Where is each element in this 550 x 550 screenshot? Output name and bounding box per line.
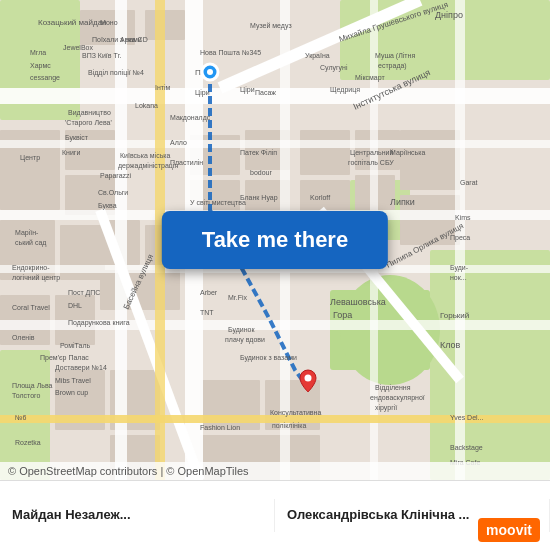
svg-text:Оленів: Оленів <box>12 334 35 341</box>
svg-text:Arber: Arber <box>200 289 218 296</box>
svg-text:Yves Del...: Yves Del... <box>450 414 484 421</box>
svg-text:хірургії: хірургії <box>375 404 397 412</box>
svg-text:Алло: Алло <box>170 139 187 146</box>
svg-text:bodour: bodour <box>250 169 272 176</box>
svg-text:ський сад: ський сад <box>15 239 46 247</box>
svg-text:сessange: сessange <box>30 74 60 82</box>
svg-text:JewelBox: JewelBox <box>63 44 93 51</box>
svg-text:Арка CD: Арка CD <box>120 36 148 44</box>
svg-rect-43 <box>0 140 550 148</box>
svg-text:'Старого Лева': 'Старого Лева' <box>65 119 112 127</box>
svg-text:Козацький майдан: Козацький майдан <box>38 18 107 27</box>
svg-text:нок...: нок... <box>450 274 467 281</box>
from-station: Майдан Незалеж... <box>0 499 275 532</box>
svg-text:Консультативна: Консультативна <box>270 409 321 417</box>
svg-text:Липки: Липки <box>390 197 415 207</box>
map-attribution: © OpenStreetMap contributors | © OpenMap… <box>0 462 550 480</box>
svg-text:Інтім: Інтім <box>155 84 171 91</box>
svg-text:Хармс: Хармс <box>30 62 51 70</box>
svg-text:Маріїн-: Маріїн- <box>15 229 39 237</box>
svg-text:Coral Travel: Coral Travel <box>12 304 50 311</box>
svg-text:Видавництво: Видавництво <box>68 109 111 117</box>
svg-text:поліклініка: поліклініка <box>272 422 307 429</box>
svg-text:логічний центр: логічний центр <box>12 274 60 282</box>
svg-text:ВПЗ Київ Тг.: ВПЗ Київ Тг. <box>82 52 121 59</box>
svg-rect-27 <box>400 130 460 190</box>
svg-text:№6: №6 <box>15 414 27 421</box>
svg-text:Буква: Буква <box>98 202 117 210</box>
svg-text:РоміТаль: РоміТаль <box>60 342 91 349</box>
svg-text:Гора: Гора <box>333 310 352 320</box>
svg-text:Mr.Fix: Mr.Fix <box>228 294 248 301</box>
svg-text:Korloff: Korloff <box>310 194 330 201</box>
svg-text:Ціри: Ціри <box>240 86 255 94</box>
svg-text:Св.Ольги: Св.Ольги <box>98 189 128 196</box>
svg-text:Мгла: Мгла <box>30 49 46 56</box>
svg-text:Україна: Україна <box>305 52 330 60</box>
svg-text:У світі мистецтва: У світі мистецтва <box>190 199 246 207</box>
svg-text:Brown cup: Brown cup <box>55 389 88 397</box>
from-station-name: Майдан Незалеж... <box>12 507 262 524</box>
svg-text:Толстого: Толстого <box>12 392 40 399</box>
svg-text:Моно: Моно <box>100 19 118 26</box>
take-me-there-button[interactable]: Take me there <box>162 211 388 269</box>
svg-text:Київська міська: Київська міська <box>120 152 171 159</box>
svg-text:Mibs Travel: Mibs Travel <box>55 377 91 384</box>
svg-text:естрада): естрада) <box>378 62 407 70</box>
svg-text:Paparazzi: Paparazzi <box>100 172 132 180</box>
svg-text:Пост ДПС: Пост ДПС <box>68 289 100 297</box>
svg-rect-23 <box>300 130 350 175</box>
svg-text:Прем'єр Палас: Прем'єр Палас <box>40 354 89 362</box>
svg-text:TNT: TNT <box>200 309 214 316</box>
svg-text:Центр: Центр <box>20 154 40 162</box>
svg-text:Площа Льва: Площа Льва <box>12 382 53 390</box>
svg-text:Backstage: Backstage <box>450 444 483 452</box>
svg-text:Горький: Горький <box>440 311 469 320</box>
svg-text:Маріїнська: Маріїнська <box>390 149 425 157</box>
svg-text:Буди-: Буди- <box>450 264 469 272</box>
svg-text:Відділ поліції №4: Відділ поліції №4 <box>88 69 144 77</box>
svg-text:Щедриця: Щедриця <box>330 86 360 94</box>
svg-point-147 <box>305 375 312 382</box>
svg-text:госпіталь СБУ: госпіталь СБУ <box>348 159 394 166</box>
svg-text:Нова Пошта №345: Нова Пошта №345 <box>200 49 261 56</box>
moovit-logo: moovit <box>478 518 540 542</box>
svg-text:Відділення: Відділення <box>375 384 411 392</box>
svg-text:Сулугуні: Сулугуні <box>320 64 348 72</box>
svg-text:Пасаж: Пасаж <box>255 89 276 96</box>
svg-text:Доставери №14: Доставери №14 <box>55 364 107 372</box>
svg-text:Макдоналдс: Макдоналдс <box>170 114 211 122</box>
svg-text:Kims: Kims <box>455 214 471 221</box>
svg-text:Будинок з вазами: Будинок з вазами <box>240 354 297 362</box>
svg-text:Lokana: Lokana <box>135 102 158 109</box>
svg-text:Центральний: Центральний <box>350 149 393 157</box>
svg-text:DHL: DHL <box>68 302 82 309</box>
svg-text:Левашовська: Левашовська <box>330 297 386 307</box>
svg-text:Преса: Преса <box>450 234 470 242</box>
svg-text:Патек Філіп: Патек Філіп <box>240 149 277 156</box>
svg-text:ендоваскулярної: ендоваскулярної <box>370 394 425 402</box>
svg-text:Ціри: Ціри <box>195 89 210 97</box>
svg-text:плачу вдови: плачу вдови <box>225 336 265 344</box>
svg-point-149 <box>207 69 213 75</box>
svg-text:Rozetka: Rozetka <box>15 439 41 446</box>
svg-text:Книги: Книги <box>62 149 80 156</box>
map-container: Інститутська вулиця Пасаж Липки Левашовс… <box>0 0 550 480</box>
svg-text:Ендокрино-: Ендокрино- <box>12 264 50 272</box>
svg-text:Буквіст: Буквіст <box>65 134 89 142</box>
bottom-bar: Майдан Незалеж... Олександрівська Клініч… <box>0 480 550 550</box>
svg-text:Пластилін: Пластилін <box>170 159 203 166</box>
svg-text:Клов: Клов <box>440 340 461 350</box>
svg-text:Garat: Garat <box>460 179 478 186</box>
svg-text:Подарункова книга: Подарункова книга <box>68 319 130 327</box>
svg-text:Музей медуз: Музей медуз <box>250 22 292 30</box>
svg-text:Муша (Літня: Муша (Літня <box>375 52 415 60</box>
svg-text:Міксмарт: Міксмарт <box>355 74 385 82</box>
svg-text:Fashion Lion: Fashion Lion <box>200 424 240 431</box>
svg-text:Будинок: Будинок <box>228 326 255 334</box>
